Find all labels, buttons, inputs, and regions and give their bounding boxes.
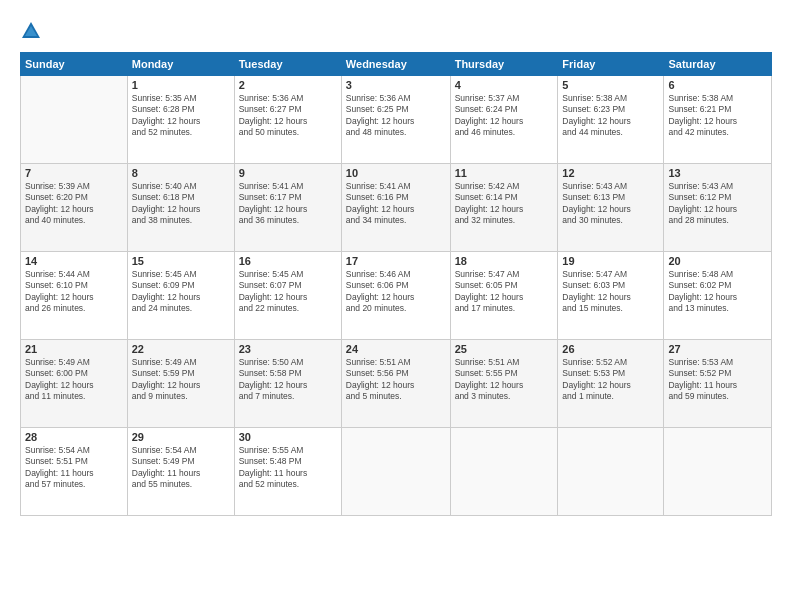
logo-icon [20,20,42,42]
logo [20,18,46,42]
day-info: Sunrise: 5:47 AM Sunset: 6:03 PM Dayligh… [562,269,659,315]
calendar-cell [558,428,664,516]
day-number: 5 [562,79,659,91]
day-number: 29 [132,431,230,443]
day-number: 13 [668,167,767,179]
day-info: Sunrise: 5:43 AM Sunset: 6:13 PM Dayligh… [562,181,659,227]
day-info: Sunrise: 5:47 AM Sunset: 6:05 PM Dayligh… [455,269,554,315]
calendar-cell: 14Sunrise: 5:44 AM Sunset: 6:10 PM Dayli… [21,252,128,340]
calendar-header-row: SundayMondayTuesdayWednesdayThursdayFrid… [21,53,772,76]
day-number: 2 [239,79,337,91]
calendar-cell: 22Sunrise: 5:49 AM Sunset: 5:59 PM Dayli… [127,340,234,428]
day-header-friday: Friday [558,53,664,76]
day-info: Sunrise: 5:54 AM Sunset: 5:49 PM Dayligh… [132,445,230,491]
day-number: 3 [346,79,446,91]
calendar-cell: 1Sunrise: 5:35 AM Sunset: 6:28 PM Daylig… [127,76,234,164]
day-info: Sunrise: 5:53 AM Sunset: 5:52 PM Dayligh… [668,357,767,403]
calendar-cell: 4Sunrise: 5:37 AM Sunset: 6:24 PM Daylig… [450,76,558,164]
calendar: SundayMondayTuesdayWednesdayThursdayFrid… [20,52,772,516]
day-header-thursday: Thursday [450,53,558,76]
calendar-cell: 18Sunrise: 5:47 AM Sunset: 6:05 PM Dayli… [450,252,558,340]
calendar-cell: 19Sunrise: 5:47 AM Sunset: 6:03 PM Dayli… [558,252,664,340]
day-number: 16 [239,255,337,267]
day-number: 11 [455,167,554,179]
day-header-sunday: Sunday [21,53,128,76]
calendar-cell: 9Sunrise: 5:41 AM Sunset: 6:17 PM Daylig… [234,164,341,252]
day-info: Sunrise: 5:45 AM Sunset: 6:09 PM Dayligh… [132,269,230,315]
day-number: 6 [668,79,767,91]
day-info: Sunrise: 5:46 AM Sunset: 6:06 PM Dayligh… [346,269,446,315]
calendar-cell: 13Sunrise: 5:43 AM Sunset: 6:12 PM Dayli… [664,164,772,252]
day-info: Sunrise: 5:55 AM Sunset: 5:48 PM Dayligh… [239,445,337,491]
calendar-week-row: 14Sunrise: 5:44 AM Sunset: 6:10 PM Dayli… [21,252,772,340]
day-number: 30 [239,431,337,443]
day-number: 4 [455,79,554,91]
calendar-cell: 24Sunrise: 5:51 AM Sunset: 5:56 PM Dayli… [341,340,450,428]
day-info: Sunrise: 5:52 AM Sunset: 5:53 PM Dayligh… [562,357,659,403]
calendar-week-row: 28Sunrise: 5:54 AM Sunset: 5:51 PM Dayli… [21,428,772,516]
calendar-cell: 27Sunrise: 5:53 AM Sunset: 5:52 PM Dayli… [664,340,772,428]
calendar-cell [664,428,772,516]
day-header-saturday: Saturday [664,53,772,76]
day-info: Sunrise: 5:44 AM Sunset: 6:10 PM Dayligh… [25,269,123,315]
calendar-cell: 28Sunrise: 5:54 AM Sunset: 5:51 PM Dayli… [21,428,128,516]
day-number: 23 [239,343,337,355]
day-info: Sunrise: 5:51 AM Sunset: 5:55 PM Dayligh… [455,357,554,403]
calendar-cell: 3Sunrise: 5:36 AM Sunset: 6:25 PM Daylig… [341,76,450,164]
calendar-cell: 5Sunrise: 5:38 AM Sunset: 6:23 PM Daylig… [558,76,664,164]
day-header-wednesday: Wednesday [341,53,450,76]
header [20,18,772,42]
day-number: 12 [562,167,659,179]
calendar-cell: 2Sunrise: 5:36 AM Sunset: 6:27 PM Daylig… [234,76,341,164]
day-header-tuesday: Tuesday [234,53,341,76]
day-number: 20 [668,255,767,267]
calendar-cell [341,428,450,516]
calendar-cell: 7Sunrise: 5:39 AM Sunset: 6:20 PM Daylig… [21,164,128,252]
day-info: Sunrise: 5:37 AM Sunset: 6:24 PM Dayligh… [455,93,554,139]
calendar-cell: 8Sunrise: 5:40 AM Sunset: 6:18 PM Daylig… [127,164,234,252]
day-number: 18 [455,255,554,267]
day-info: Sunrise: 5:48 AM Sunset: 6:02 PM Dayligh… [668,269,767,315]
day-number: 17 [346,255,446,267]
calendar-cell: 21Sunrise: 5:49 AM Sunset: 6:00 PM Dayli… [21,340,128,428]
calendar-week-row: 21Sunrise: 5:49 AM Sunset: 6:00 PM Dayli… [21,340,772,428]
calendar-cell: 12Sunrise: 5:43 AM Sunset: 6:13 PM Dayli… [558,164,664,252]
day-number: 14 [25,255,123,267]
day-info: Sunrise: 5:39 AM Sunset: 6:20 PM Dayligh… [25,181,123,227]
day-info: Sunrise: 5:50 AM Sunset: 5:58 PM Dayligh… [239,357,337,403]
day-number: 27 [668,343,767,355]
day-info: Sunrise: 5:38 AM Sunset: 6:21 PM Dayligh… [668,93,767,139]
day-number: 21 [25,343,123,355]
calendar-cell: 20Sunrise: 5:48 AM Sunset: 6:02 PM Dayli… [664,252,772,340]
calendar-cell: 6Sunrise: 5:38 AM Sunset: 6:21 PM Daylig… [664,76,772,164]
calendar-week-row: 7Sunrise: 5:39 AM Sunset: 6:20 PM Daylig… [21,164,772,252]
calendar-cell: 16Sunrise: 5:45 AM Sunset: 6:07 PM Dayli… [234,252,341,340]
calendar-cell [450,428,558,516]
day-number: 25 [455,343,554,355]
calendar-cell: 17Sunrise: 5:46 AM Sunset: 6:06 PM Dayli… [341,252,450,340]
day-number: 7 [25,167,123,179]
calendar-cell: 10Sunrise: 5:41 AM Sunset: 6:16 PM Dayli… [341,164,450,252]
calendar-cell: 25Sunrise: 5:51 AM Sunset: 5:55 PM Dayli… [450,340,558,428]
day-number: 19 [562,255,659,267]
day-info: Sunrise: 5:49 AM Sunset: 6:00 PM Dayligh… [25,357,123,403]
calendar-cell: 23Sunrise: 5:50 AM Sunset: 5:58 PM Dayli… [234,340,341,428]
day-info: Sunrise: 5:42 AM Sunset: 6:14 PM Dayligh… [455,181,554,227]
calendar-cell: 11Sunrise: 5:42 AM Sunset: 6:14 PM Dayli… [450,164,558,252]
day-info: Sunrise: 5:54 AM Sunset: 5:51 PM Dayligh… [25,445,123,491]
day-info: Sunrise: 5:36 AM Sunset: 6:27 PM Dayligh… [239,93,337,139]
day-info: Sunrise: 5:38 AM Sunset: 6:23 PM Dayligh… [562,93,659,139]
day-info: Sunrise: 5:41 AM Sunset: 6:16 PM Dayligh… [346,181,446,227]
page: SundayMondayTuesdayWednesdayThursdayFrid… [0,0,792,612]
day-number: 9 [239,167,337,179]
day-info: Sunrise: 5:51 AM Sunset: 5:56 PM Dayligh… [346,357,446,403]
day-number: 15 [132,255,230,267]
day-info: Sunrise: 5:45 AM Sunset: 6:07 PM Dayligh… [239,269,337,315]
day-number: 1 [132,79,230,91]
calendar-cell: 29Sunrise: 5:54 AM Sunset: 5:49 PM Dayli… [127,428,234,516]
day-number: 28 [25,431,123,443]
day-info: Sunrise: 5:49 AM Sunset: 5:59 PM Dayligh… [132,357,230,403]
calendar-cell [21,76,128,164]
day-info: Sunrise: 5:43 AM Sunset: 6:12 PM Dayligh… [668,181,767,227]
day-number: 8 [132,167,230,179]
